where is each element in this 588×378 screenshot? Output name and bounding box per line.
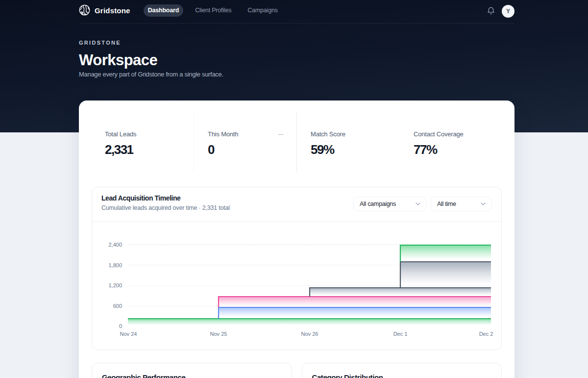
svg-text:Dec 1: Dec 1	[393, 331, 408, 337]
svg-text:600: 600	[113, 303, 122, 309]
svg-text:Nov 26: Nov 26	[301, 331, 318, 337]
svg-text:0: 0	[119, 323, 122, 329]
svg-text:2,400: 2,400	[108, 242, 122, 248]
svg-text:Dec 2: Dec 2	[479, 331, 493, 337]
svg-text:Nov 25: Nov 25	[210, 331, 227, 337]
svg-text:1,800: 1,800	[108, 262, 122, 268]
svg-text:1,200: 1,200	[108, 282, 122, 288]
svg-text:Nov 24: Nov 24	[120, 331, 137, 337]
